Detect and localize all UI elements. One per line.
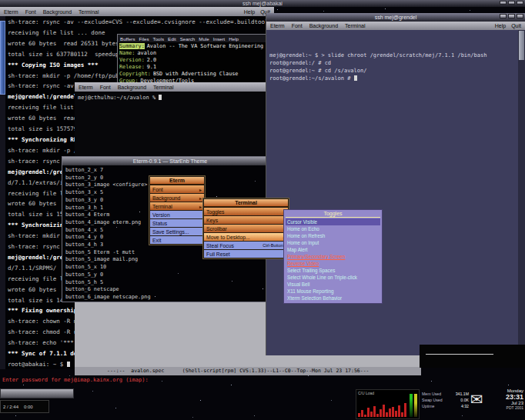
menu-item[interactable]: Keys▸ — [204, 216, 288, 224]
cpu-bar — [395, 411, 397, 417]
menubar-right-items: HelpQuit — [495, 23, 521, 28]
spec-field: Release:9.1 — [119, 64, 273, 71]
maximize-button[interactable] — [508, 14, 515, 18]
clock-time: 23:31 — [490, 393, 523, 401]
toggle-menu-item[interactable]: Primary/Secondary Screen — [286, 253, 380, 260]
system-stats: Mem Used341.1MSwap Used0.0KUptime4:32 — [422, 391, 469, 409]
scrollbar-thumb[interactable] — [0, 21, 5, 95]
menu-toggles-items: Cursor VisibleHome on EchoHome on Refres… — [286, 218, 380, 302]
cpu-bar — [404, 403, 406, 417]
cpu-bar — [386, 412, 388, 417]
pager-widget[interactable]: 2 / 2:44 0:00 — [0, 400, 49, 413]
menu-item[interactable]: Exit — [150, 236, 204, 244]
menu-bar-item[interactable]: Font — [292, 23, 303, 28]
cpu-histogram — [358, 398, 408, 417]
menu-bar-item[interactable]: Background — [118, 85, 146, 90]
menubar-items: EtermFontBackgroundTerminal — [4, 9, 99, 15]
menu-bar-item[interactable]: Help — [495, 23, 506, 28]
toggle-menu-item[interactable]: Home on Echo — [286, 225, 380, 232]
terminal-output-grendel: mej@grendel:~ $ > slide chroot /grendel/… — [266, 30, 518, 355]
terminal-line: button_5_x 10 — [65, 264, 278, 272]
shell-pane: mej@cthulhu:~/s/avalon % — [75, 92, 277, 159]
toggle-menu-item[interactable]: Map Alert — [286, 246, 380, 253]
emacs-menu-item[interactable]: Edit — [168, 36, 176, 42]
toggle-menu-item[interactable]: Reverse Video — [286, 260, 380, 267]
spec-field: Summary:Avalon -- The VA Software Engine… — [119, 43, 273, 50]
menu-terminal-submenus: Toggles▸Keys▸Scrollbar▸Move to Desktop..… — [204, 208, 288, 241]
menu-item[interactable]: Status — [150, 219, 204, 227]
scrollbar-track[interactable] — [518, 30, 525, 355]
menu-bar-item[interactable]: Background — [309, 23, 338, 28]
cpu-bar — [367, 408, 370, 417]
scrollbar-track[interactable] — [0, 16, 5, 369]
menu-bar-item[interactable]: Terminal — [345, 23, 365, 28]
emacs-menu-item[interactable]: Help — [229, 36, 239, 42]
toggle-menu-item[interactable]: X11 Mouse Reporting — [286, 288, 380, 295]
close-button[interactable] — [517, 14, 523, 18]
spec-field: Version:2.0 — [119, 57, 273, 64]
cpu-bar — [361, 410, 363, 417]
menu-toggles: Toggles Cursor VisibleHome on EchoHome o… — [283, 209, 383, 304]
password-prompt: Enter password for mej@imap.kainx.org (i… — [2, 377, 152, 383]
toggle-menu-item[interactable]: Cursor Visible — [286, 218, 380, 225]
menu-item[interactable]: Version — [150, 211, 204, 218]
titlebar-grendel[interactable]: ssh mej@grendel — [266, 13, 525, 22]
titlebar-starenb[interactable]: Eterm-0.9.1 — StarEnb Theme — [62, 157, 278, 165]
emacs-menu-item[interactable]: Insert — [213, 36, 225, 42]
cpu-label: C/U Load — [358, 391, 374, 395]
toggle-menu-item[interactable]: Select Trailing Spaces — [286, 267, 380, 274]
menu-item[interactable]: Toggles▸ — [204, 208, 288, 215]
toggle-menu-item[interactable]: Select Whole Line on Triple-click — [286, 274, 380, 281]
menu-bar-item[interactable]: Font — [25, 9, 36, 15]
menubar-items: EtermFontBackgroundTerminal — [270, 23, 366, 28]
toggle-menu-item[interactable]: Home on Input — [286, 239, 380, 246]
minimize-button[interactable] — [500, 1, 507, 5]
titlebar-abakai[interactable]: ssh mej@abakai — [0, 0, 525, 7]
emacs-menu-item[interactable]: Search — [180, 36, 196, 42]
menu-bar-item[interactable]: Terminal — [79, 9, 99, 15]
text-cursor — [354, 75, 357, 81]
menu-title: Terminal — [204, 199, 288, 207]
cpu-monitor: C/U Load — [356, 389, 420, 419]
emacs-menu-item[interactable]: Tools — [153, 36, 164, 42]
menu-item[interactable]: Terminal▸ — [150, 202, 204, 210]
bottom-right-panel — [420, 345, 525, 368]
emacs-menu-item[interactable]: Files — [139, 36, 149, 42]
toggle-menu-item[interactable]: Xterm Selection Behavior — [286, 295, 380, 302]
menu-item[interactable]: Move to Desktop...▸ — [204, 233, 288, 241]
menu-bar-item[interactable]: Background — [43, 9, 72, 15]
scrollbar-thumb[interactable] — [519, 31, 524, 60]
menubar-items: EtermFontBackgroundTerminal — [79, 85, 174, 90]
menu-item[interactable]: Font▸ — [150, 185, 204, 193]
minimize-button[interactable] — [500, 14, 507, 18]
menu-item[interactable]: Save Settings... — [150, 228, 204, 235]
close-button[interactable] — [517, 1, 523, 5]
menu-item[interactable]: Background▸ — [150, 194, 204, 202]
clock-widget: Monday 23:31 Jul 23 PDT 2001 — [490, 388, 523, 410]
submenu-arrow-icon: ▸ — [199, 195, 202, 201]
menu-bar-item[interactable]: Help — [244, 9, 255, 15]
toggle-menu-item[interactable]: Visual Bell — [286, 281, 380, 288]
toggle-menu-item[interactable]: Home on Refresh — [286, 232, 380, 239]
taskbar-shelf[interactable] — [0, 388, 74, 398]
menu-item[interactable]: Scrollbar▸ — [204, 225, 288, 232]
maximize-button[interactable] — [508, 1, 515, 5]
mail-icon[interactable]: ✉ — [470, 389, 483, 409]
menu-bar-item[interactable]: Eterm — [79, 85, 93, 90]
emacs-menu-item[interactable]: Mule — [199, 36, 209, 42]
menu-bar-item[interactable]: Quit — [511, 23, 521, 28]
menu-item[interactable]: Steal FocusCtrl-Button1 — [204, 242, 288, 249]
memory-meter — [410, 394, 413, 417]
terminal-line: root@grendel:~ # cd /s/avalon/ — [269, 67, 518, 75]
menu-item[interactable]: Full Reset — [204, 250, 288, 258]
menu-terminal-actions: Steal FocusCtrl-Button1Full Reset — [204, 242, 288, 258]
emacs-menu-item[interactable]: Buffers — [120, 36, 135, 42]
terminal-line: mej@grendel:~ $ > slide chroot /grendel/… — [269, 52, 518, 59]
menu-bar-item[interactable]: Terminal — [153, 85, 173, 90]
terminal-line: button_2_x 7 — [65, 167, 278, 175]
menu-bar-item[interactable]: Eterm — [4, 9, 18, 15]
menu-bar-item[interactable]: Eterm — [270, 23, 285, 28]
menu-bar-item[interactable]: Font — [100, 85, 111, 90]
terminal-line: root@grendel:/ # cd — [269, 59, 518, 67]
stat-row: Swap Used0.0K — [422, 397, 469, 403]
